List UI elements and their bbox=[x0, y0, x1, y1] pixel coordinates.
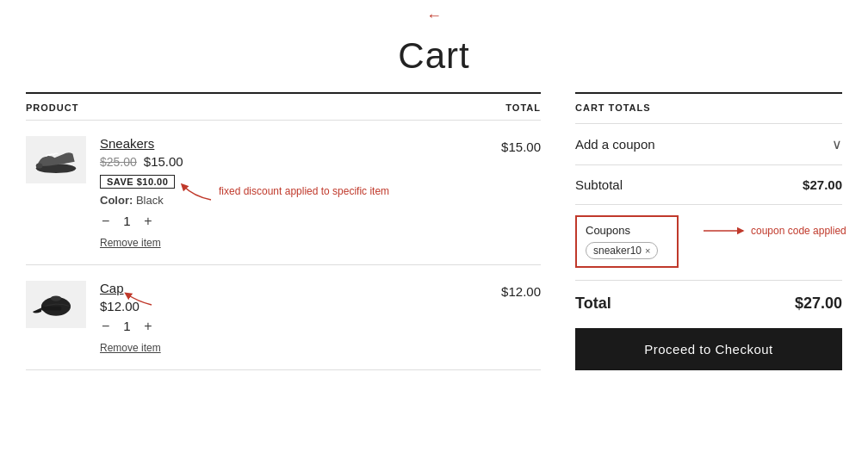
checkout-button[interactable]: Proceed to Checkout bbox=[575, 328, 842, 370]
total-row: Total $27.00 bbox=[575, 281, 842, 328]
cap-qty-minus[interactable]: − bbox=[100, 319, 111, 333]
coupon-remove-button[interactable]: × bbox=[645, 245, 650, 256]
cart-item-cap: Cap $12.00 − 1 + Remove item $12.00 bbox=[26, 265, 541, 370]
page-wrapper: ← Cart PRODUCT TOTAL bbox=[0, 0, 868, 396]
coupons-box: Coupons sneaker10 × bbox=[575, 215, 679, 268]
total-value: $27.00 bbox=[795, 295, 842, 313]
sneakers-qty-value: 1 bbox=[120, 214, 133, 228]
svg-point-4 bbox=[51, 295, 61, 301]
cart-totals-section: CART TOTALS Add a coupon ∨ Subtotal $27.… bbox=[575, 92, 842, 370]
cap-name: Cap bbox=[100, 281, 480, 295]
subtotal-value: $27.00 bbox=[803, 177, 842, 192]
subtotal-label: Subtotal bbox=[575, 177, 623, 192]
cart-totals-header: CART TOTALS bbox=[575, 94, 842, 124]
sneakers-name: Sneakers bbox=[100, 136, 480, 151]
sneakers-item-total: $15.00 bbox=[480, 136, 541, 154]
coupon-annotation-text: coupon code applied bbox=[751, 225, 846, 237]
cap-quantity-control: − 1 + bbox=[100, 319, 480, 333]
sneakers-remove-button[interactable]: Remove item bbox=[100, 237, 161, 249]
coupons-title: Coupons bbox=[586, 224, 668, 237]
cap-item-total: $12.00 bbox=[480, 281, 541, 299]
cap-details: Cap $12.00 − 1 + Remove item bbox=[100, 281, 480, 354]
cap-image bbox=[26, 281, 86, 328]
cap-qty-value: 1 bbox=[120, 319, 133, 333]
cart-header-row: PRODUCT TOTAL bbox=[26, 94, 541, 121]
subtotal-row: Subtotal $27.00 bbox=[575, 165, 842, 205]
coupon-code: sneaker10 bbox=[593, 245, 642, 257]
coupons-section: Coupons sneaker10 × bbox=[575, 205, 842, 281]
page-title: Cart bbox=[26, 35, 842, 77]
sneakers-image bbox=[26, 136, 86, 183]
sneakers-price-current: $15.00 bbox=[144, 154, 183, 169]
add-coupon-label: Add a coupon bbox=[575, 137, 655, 152]
cart-items-section: PRODUCT TOTAL Sneaker bbox=[26, 92, 541, 370]
cap-remove-button[interactable]: Remove item bbox=[100, 342, 161, 354]
fixed-discount-text: fixed discount applied to specific item bbox=[219, 185, 389, 197]
cap-qty-plus[interactable]: + bbox=[142, 319, 153, 333]
back-arrow[interactable]: ← bbox=[26, 0, 842, 28]
total-label: Total bbox=[575, 295, 611, 313]
coupon-tag: sneaker10 × bbox=[586, 242, 658, 259]
cap-price-row: $12.00 bbox=[100, 299, 480, 313]
add-coupon-row[interactable]: Add a coupon ∨ bbox=[575, 124, 842, 165]
cart-item-sneakers: Sneakers $25.00 $15.00 SAVE $10.00 Color… bbox=[26, 121, 541, 265]
svg-rect-3 bbox=[41, 307, 61, 311]
svg-point-1 bbox=[36, 163, 43, 168]
sneakers-price-row: $25.00 $15.00 bbox=[100, 154, 480, 169]
sneakers-save-badge: SAVE $10.00 bbox=[100, 175, 175, 189]
chevron-down-icon: ∨ bbox=[832, 136, 842, 152]
main-layout: PRODUCT TOTAL Sneaker bbox=[26, 92, 842, 370]
col-total-header: TOTAL bbox=[505, 102, 541, 113]
cap-arrow-annotation bbox=[121, 289, 155, 311]
sneakers-price-original: $25.00 bbox=[100, 155, 137, 169]
coupon-annotation: coupon code applied bbox=[700, 224, 846, 238]
sneakers-qty-minus[interactable]: − bbox=[100, 214, 111, 228]
col-product-header: PRODUCT bbox=[26, 102, 78, 113]
sneakers-qty-plus[interactable]: + bbox=[142, 214, 153, 228]
fixed-discount-annotation: fixed discount applied to specific item bbox=[177, 179, 389, 203]
sneakers-quantity-control: − 1 + bbox=[100, 214, 480, 228]
